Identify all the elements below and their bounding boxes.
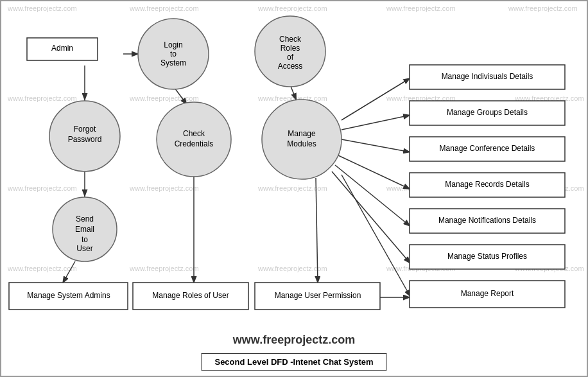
- node-manage-report-label: Manage Report: [461, 289, 514, 298]
- watermark-4: www.freeprojectz.com: [386, 4, 456, 12]
- node-manage-conference-label: Manage Conference Details: [440, 144, 535, 153]
- node-checkroles-label3: of: [287, 53, 294, 62]
- node-sendemail-label2: Email: [75, 225, 94, 234]
- diagram-container: www.freeprojectz.com www.freeprojectz.co…: [0, 0, 588, 377]
- watermark-5: www.freeprojectz.com: [508, 4, 578, 12]
- node-login-label3: System: [160, 58, 186, 67]
- node-manage-status-label: Manage Status Profiles: [447, 252, 527, 261]
- watermark-7: www.freeprojectz.com: [129, 94, 199, 102]
- watermark-18: www.freeprojectz.com: [257, 265, 327, 272]
- node-manage-label1: Manage: [288, 129, 316, 138]
- node-manage-system-admins-label: Manage System Admins: [27, 291, 110, 300]
- watermark-6: www.freeprojectz.com: [7, 94, 77, 102]
- node-checkcred-label1: Check: [183, 129, 205, 138]
- diagram-svg: www.freeprojectz.com www.freeprojectz.co…: [1, 1, 587, 376]
- arrow-modules-conference: [342, 139, 411, 152]
- node-login-label2: to: [170, 49, 177, 58]
- node-manage-individuals-label: Manage Indivisuals Details: [442, 72, 533, 81]
- node-manage-groups-label: Manage Groups Details: [447, 108, 528, 117]
- arrow-modules-report: [342, 175, 411, 297]
- node-manage-roles-label: Manage Roles of User: [152, 291, 229, 300]
- arrow-modules-notifications: [335, 165, 411, 227]
- node-manage-notifications-label: Manage Notifications Details: [438, 216, 536, 225]
- node-login-label1: Login: [164, 40, 182, 49]
- node-checkroles-label4: Access: [278, 62, 303, 71]
- node-checkroles-label2: Roles: [281, 44, 300, 53]
- website-footer: www.freeprojectz.com: [1, 333, 587, 347]
- node-forgot-label1: Forgot: [74, 125, 96, 134]
- node-sendemail-label1: Send: [76, 215, 94, 224]
- node-manage-user-perm-label: Manage User Permission: [275, 291, 361, 300]
- node-forgot-label2: Password: [68, 135, 102, 144]
- watermark-11: www.freeprojectz.com: [7, 184, 77, 192]
- arrow-modules-groups: [342, 115, 411, 130]
- watermark-1: www.freeprojectz.com: [7, 4, 77, 12]
- watermark-2: www.freeprojectz.com: [129, 4, 199, 12]
- watermark-12: www.freeprojectz.com: [129, 184, 199, 192]
- watermark-16: www.freeprojectz.com: [7, 265, 77, 272]
- caption-box: Second Level DFD -Intenet Chat System: [201, 353, 386, 371]
- watermark-3: www.freeprojectz.com: [257, 4, 327, 12]
- node-checkcred-label2: Credentials: [175, 139, 214, 148]
- node-manage-records-label: Manage Records Details: [445, 180, 529, 189]
- node-admin-label: Admin: [51, 44, 73, 53]
- node-sendemail-label3: to: [82, 235, 88, 244]
- node-checkroles-label1: Check: [279, 35, 302, 44]
- arrow-modules-records: [338, 155, 411, 189]
- node-manage-label2: Modules: [287, 139, 316, 148]
- watermark-13: www.freeprojectz.com: [257, 184, 327, 192]
- node-sendemail-label4: User: [76, 244, 92, 253]
- watermark-17: www.freeprojectz.com: [129, 265, 199, 272]
